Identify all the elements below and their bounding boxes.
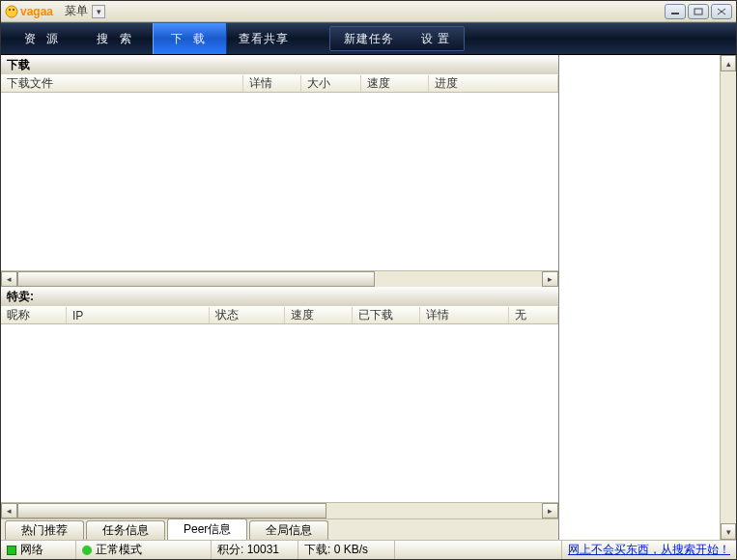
app-logo: vagaa — [5, 5, 53, 18]
scroll-track[interactable] — [326, 503, 542, 518]
network-status-icon — [7, 546, 16, 555]
mode-status-icon — [82, 546, 92, 555]
special-section-title: 特卖: — [1, 287, 558, 306]
peer-table-header: 昵称 IP 状态 速度 已下载 详情 无 — [1, 306, 558, 324]
maximize-button[interactable] — [688, 4, 709, 19]
peer-table-body — [1, 324, 558, 502]
nav-resources[interactable]: 资 源 — [7, 23, 79, 54]
brand-text: vagaa — [20, 5, 53, 18]
scroll-track[interactable] — [375, 271, 542, 287]
scroll-right-icon[interactable]: ▸ — [542, 503, 558, 518]
nav-view-share[interactable]: 查看共享 — [227, 23, 300, 54]
col-nick[interactable]: 昵称 — [1, 307, 67, 323]
peer-hscroll[interactable]: ◂ ▸ — [1, 502, 558, 518]
status-spacer — [395, 541, 562, 559]
col-file[interactable]: 下载文件 — [1, 75, 243, 92]
scroll-track[interactable] — [721, 71, 736, 523]
right-panel: ▴ ▾ — [559, 55, 736, 540]
body: 下载 下载文件 详情 大小 速度 进度 ◂ ▸ 特卖: 昵称 IP 状态 速度 … — [1, 55, 736, 540]
col-status[interactable]: 状态 — [210, 307, 285, 323]
tab-global-info[interactable]: 全局信息 — [249, 520, 328, 540]
mode-label: 正常模式 — [96, 542, 142, 558]
scroll-left-icon[interactable]: ◂ — [1, 503, 17, 518]
network-label: 网络 — [20, 542, 43, 558]
chevron-down-icon: ▾ — [97, 7, 101, 16]
download-table-body — [1, 93, 558, 270]
status-network: 网络 — [1, 541, 76, 559]
status-points: 积分: 10031 — [212, 541, 298, 559]
scroll-thumb[interactable] — [17, 503, 326, 518]
minimize-icon — [670, 8, 680, 15]
right-vscroll[interactable]: ▴ ▾ — [720, 55, 736, 540]
col-speed[interactable]: 速度 — [361, 75, 429, 92]
col-pdetail[interactable]: 详情 — [420, 307, 509, 323]
bottom-tabs: 热门推荐 任务信息 Peer信息 全局信息 — [1, 518, 558, 540]
menu-label[interactable]: 菜单 — [65, 3, 88, 19]
main-nav: 资 源 搜 索 下 载 查看共享 新建任务 设 置 — [1, 22, 736, 55]
nav-new-task[interactable]: 新建任务 — [330, 27, 408, 50]
titlebar: vagaa 菜单 ▾ — [1, 1, 736, 22]
col-progress[interactable]: 进度 — [429, 75, 558, 92]
minimize-button[interactable] — [665, 4, 686, 19]
scroll-left-icon[interactable]: ◂ — [1, 271, 17, 287]
col-detail[interactable]: 详情 — [243, 75, 301, 92]
close-button[interactable] — [711, 4, 732, 19]
download-hscroll[interactable]: ◂ ▸ — [1, 270, 558, 287]
scroll-thumb[interactable] — [17, 271, 375, 287]
nav-search[interactable]: 搜 索 — [79, 23, 152, 54]
hint-link[interactable]: 网上不会买东西，从搜索开始！ — [568, 542, 730, 558]
tab-task-info[interactable]: 任务信息 — [86, 520, 165, 540]
scroll-right-icon[interactable]: ▸ — [542, 271, 558, 287]
col-size[interactable]: 大小 — [301, 75, 361, 92]
close-icon — [717, 8, 726, 15]
svg-point-2 — [13, 9, 14, 11]
col-pspeed[interactable]: 速度 — [285, 307, 353, 323]
nav-settings[interactable]: 设 置 — [408, 27, 464, 50]
scroll-up-icon[interactable]: ▴ — [721, 55, 736, 71]
download-table-header: 下载文件 详情 大小 速度 进度 — [1, 74, 558, 93]
menu-dropdown-button[interactable]: ▾ — [92, 5, 105, 18]
col-ip[interactable]: IP — [67, 307, 210, 323]
status-mode: 正常模式 — [76, 541, 212, 559]
nav-task-box: 新建任务 设 置 — [329, 26, 465, 51]
svg-point-1 — [9, 9, 11, 11]
tab-peer-info[interactable]: Peer信息 — [167, 518, 247, 540]
scroll-down-icon[interactable]: ▾ — [721, 523, 736, 540]
status-bar: 网络 正常模式 积分: 10031 下载: 0 KB/s 网上不会买东西，从搜索… — [1, 540, 736, 559]
download-section-title: 下载 — [1, 55, 558, 74]
svg-rect-4 — [694, 9, 702, 14]
maximize-icon — [694, 8, 703, 15]
status-hint[interactable]: 网上不会买东西，从搜索开始！ — [562, 541, 736, 559]
status-speed: 下载: 0 KB/s — [298, 541, 395, 559]
nav-download[interactable]: 下 载 — [153, 23, 227, 54]
vagaa-icon — [5, 5, 18, 18]
tab-hot[interactable]: 热门推荐 — [5, 520, 84, 540]
col-downloaded[interactable]: 已下载 — [353, 307, 420, 323]
left-panel: 下载 下载文件 详情 大小 速度 进度 ◂ ▸ 特卖: 昵称 IP 状态 速度 … — [1, 55, 559, 540]
col-extra[interactable]: 无 — [509, 307, 558, 323]
svg-point-0 — [6, 6, 17, 17]
